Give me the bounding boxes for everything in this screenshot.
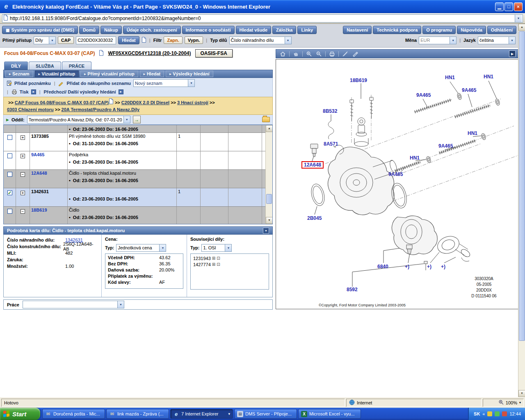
chevron-down-icon[interactable]: ▼ (188, 80, 194, 87)
diagram-label-highlighted[interactable]: 12A648 (301, 161, 324, 169)
diagram-label[interactable]: +) (405, 264, 409, 269)
row-checkbox[interactable] (7, 209, 12, 214)
diagram-label[interactable]: 6840 (377, 264, 388, 269)
nav-button-nastaven[interactable]: Nastavení (343, 26, 372, 34)
add-note-link[interactable]: Přidat poznámku (14, 81, 51, 86)
breadcrumb-link-1[interactable]: C20DD0X 2.0 DI Diesel (121, 100, 169, 105)
viewmenu-p-m-vizu-ln-p-stup[interactable]: ▸Přímý vizuální přístup (80, 71, 138, 77)
print-options-icon[interactable]: ▸ (31, 89, 36, 94)
pan-hand-icon[interactable] (292, 50, 299, 57)
chevron-down-icon[interactable]: ▼ (285, 37, 291, 44)
chevron-down-icon[interactable]: ▼ (515, 15, 522, 22)
diagram-label[interactable]: +) (441, 264, 445, 269)
hide-icons-chevron[interactable]: « (482, 411, 485, 416)
tray-icon[interactable] (495, 411, 500, 416)
filter-on-button[interactable]: Zapn. (164, 37, 182, 44)
print-icon[interactable] (329, 50, 336, 57)
diagram-label[interactable]: HN1 (484, 74, 493, 80)
diagram-label[interactable]: 8B532 (323, 108, 337, 114)
tray-icon[interactable] (502, 411, 507, 416)
table-scrollbar[interactable]: ▲ ▼ (265, 125, 272, 224)
viewmenu-seznam[interactable]: ▸Seznam (5, 71, 33, 77)
taskbar-window-link-mazda-zpr-va[interactable]: ✉link mazda - Zpráva (... (106, 409, 169, 419)
next-results-icon[interactable]: ▸ (119, 89, 123, 94)
nav-button-dom[interactable]: Domů (79, 26, 99, 34)
zoom-out-icon[interactable] (315, 50, 322, 57)
scroll-down-icon[interactable]: ▼ (518, 390, 525, 397)
table-row[interactable]: −12A648Čidlo - teplota chlad.kapal.motor… (4, 170, 265, 188)
related-part-number[interactable]: 1427774 (193, 262, 211, 267)
scrollbar-thumb[interactable] (519, 31, 525, 341)
chevron-down-icon[interactable]: ▼ (123, 116, 130, 123)
row-checkbox[interactable] (7, 153, 12, 158)
table-row[interactable]: +9A465Podpěrka•Od: 23-06-2003 Do: 16-06-… (4, 151, 265, 170)
tab-slu-ba[interactable]: SLUŽBA (29, 62, 61, 70)
diagram-label[interactable]: 8592 (347, 287, 358, 292)
chevron-down-icon[interactable]: ▼ (117, 301, 124, 308)
labor-select[interactable]: ▼ (23, 301, 124, 308)
nav-button-odhl-en[interactable]: Odhlášení (487, 26, 516, 34)
tab-pr-ce[interactable]: PRÁCE (62, 62, 92, 70)
detail-box-icon[interactable]: ⊡ (217, 262, 220, 267)
diagram-label[interactable]: 9A465 (462, 87, 476, 93)
tray-icon[interactable] (487, 411, 492, 416)
folder-up-icon[interactable] (262, 117, 270, 122)
detail-box-icon[interactable]: ⊡ (217, 256, 220, 260)
chevron-down-icon[interactable]: ▼ (450, 37, 456, 44)
taskbar-window-dms-server-p-ipoje[interactable]: ▤DMS Server - Připoje... (234, 409, 297, 419)
breadcrumb-link-4[interactable]: 20A Termostat/Pouzdro A Navaz.Díly (62, 107, 140, 112)
add-to-shopping-list-link[interactable]: Přidat do nákupního seznamu (66, 81, 130, 86)
diagram-label[interactable]: +) (427, 264, 431, 269)
nav-button-n-pov-da[interactable]: Nápověda (457, 26, 486, 34)
document-icon[interactable] (99, 50, 104, 57)
taskbar-window-7-internet-explorer[interactable]: e7 Internet Explorer▾ (170, 409, 233, 419)
nav-button-informace-o-sou-sti[interactable]: Informace o součásti (182, 26, 235, 34)
scrollbar-thumb[interactable] (266, 194, 272, 204)
tab-d-ly[interactable]: DÍLY (4, 62, 28, 70)
nav-button-n-kup[interactable]: Nákup (100, 26, 122, 34)
zoom-in-icon[interactable] (306, 50, 313, 57)
clock[interactable]: 12:44 (509, 411, 521, 416)
part-number[interactable]: 12A648 (31, 171, 47, 176)
close-button[interactable]: × (514, 2, 523, 11)
diagram-label[interactable]: 9A465 (388, 171, 403, 177)
window-scrollbar[interactable]: ▲ ▼ (518, 24, 525, 397)
part-number[interactable]: 18B619 (31, 208, 47, 212)
print-link[interactable]: Tisk (20, 89, 29, 94)
scroll-up-icon[interactable]: ▲ (266, 125, 273, 132)
row-checkbox[interactable] (7, 135, 12, 140)
zoom-control[interactable]: 100% ▾ (483, 399, 524, 407)
breadcrumb-link-3[interactable]: 0303 Chlazení motoru (7, 107, 54, 112)
diagram-label[interactable]: 9A465 (438, 143, 453, 149)
nav-button-hledat-v-ude[interactable]: Hledat všude (236, 26, 271, 34)
table-row[interactable]: ✓+1342631•Od: 23-06-2003 Do: 16-06-20051 (4, 188, 265, 207)
vin-link[interactable]: WF05XXGCD54Y12318 (20-10-2004) (108, 50, 191, 56)
language-indicator[interactable]: SK (474, 411, 480, 416)
viewmenu-v-sledky-hled-n[interactable]: ▸Výsledky hledání (166, 71, 213, 77)
expand-plus-icon[interactable]: ⊞ (212, 256, 215, 260)
diagram-label[interactable]: HN1 (445, 75, 455, 80)
related-type-select[interactable]: 1. OSI▼ (201, 244, 232, 252)
breadcrumb-link-2[interactable]: 3 Hnací ústrojí (177, 100, 208, 105)
expand-toggle[interactable]: + (21, 135, 25, 140)
diagram-label[interactable]: 18B619 (350, 78, 367, 83)
price-type-select[interactable]: Jednotková cena▼ (116, 244, 166, 252)
diagram-label[interactable]: 8A571 (324, 141, 338, 147)
nav-button-z-lo-ka[interactable]: Záložka (272, 26, 296, 34)
start-button[interactable]: Start (0, 408, 40, 420)
taskbar-window-microsoft-excel-vyu[interactable]: XMicrosoft Excel - vyu... (298, 409, 361, 419)
prev-next-results-link[interactable]: Předchozí/ Další výsledky hledání (44, 89, 116, 94)
scroll-down-icon[interactable]: ▼ (266, 217, 273, 224)
viewmenu-vizu-ln-p-stup[interactable]: ▸Vizuální přístup (35, 71, 79, 77)
chevron-down-icon[interactable]: ▼ (49, 37, 55, 44)
chevron-down-icon[interactable]: ▼ (509, 37, 515, 44)
nav-button-o-programu[interactable]: O programu (422, 26, 456, 34)
draw-icon[interactable] (352, 50, 358, 57)
url-field[interactable]: http://192.168.1.115:8080/Ford/Catalogue… (2, 14, 523, 23)
diagram-label[interactable]: HN1 (468, 130, 477, 136)
measure-icon[interactable] (342, 50, 349, 57)
home-icon[interactable] (279, 50, 286, 57)
go-button[interactable]: → (133, 116, 141, 123)
chevron-down-icon[interactable]: ▼ (225, 244, 231, 251)
part-type-select[interactable]: Číslo náhradního dílu▼ (229, 37, 292, 44)
